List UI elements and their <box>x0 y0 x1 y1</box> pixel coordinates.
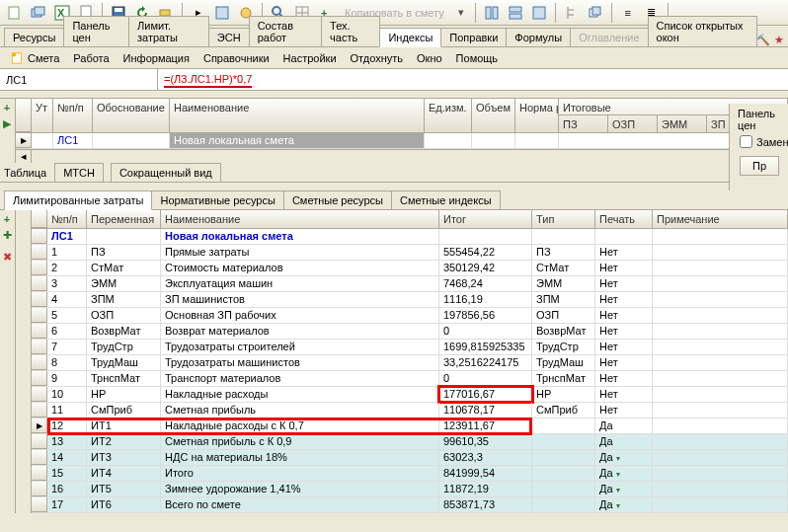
table-row[interactable]: 2СтМатСтоимость материалов350129,42СтМат… <box>32 261 788 276</box>
add-row-icon[interactable]: + <box>0 101 14 114</box>
col-volume[interactable]: Объем <box>472 99 515 132</box>
lower-grid-tools: + ✚ ✖ <box>0 210 16 513</box>
col-tip[interactable]: Тип <box>532 210 595 228</box>
table-row[interactable]: 11СмПрибСметная прибыль110678,17СмПрибНе… <box>32 403 788 418</box>
col-npp[interactable]: №п/п <box>53 99 93 132</box>
tool-a-icon[interactable] <box>211 2 233 24</box>
ribbon-tab[interactable]: Оглавление <box>570 28 648 46</box>
tree-icon[interactable] <box>561 2 583 24</box>
col-itog[interactable]: Итог <box>439 210 532 228</box>
col-basis[interactable]: Обоснование <box>93 99 170 132</box>
table-label: Таблица <box>4 167 46 179</box>
lower-tab[interactable]: Сметные ресурсы <box>283 190 392 209</box>
row-marker-icon <box>32 434 47 449</box>
ribbon-tab[interactable]: ЭСН <box>208 28 250 46</box>
table-row[interactable]: 7ТрудСтрТрудозатраты строителей1699,8159… <box>32 340 788 355</box>
col-print[interactable]: Печать <box>595 210 653 228</box>
svg-rect-9 <box>216 7 228 19</box>
menubar: СметаРаботаИнформацияСправочникиНастройк… <box>0 47 788 69</box>
row-marker-icon <box>32 497 47 512</box>
formula-input[interactable]: =(Л3.ЛС1.НР)*0,7 <box>158 73 788 86</box>
insert-icon[interactable]: ✚ <box>0 228 14 242</box>
upper-grid-row[interactable]: ЛС1 Новая локальная смета <box>16 133 788 149</box>
ribbon-tab[interactable]: Состав работ <box>249 16 322 46</box>
panel1-icon[interactable] <box>481 2 503 24</box>
add-icon[interactable]: + <box>0 212 14 226</box>
table-row[interactable]: 5ОЗПОсновная ЗП рабочих197856,56ОЗПНет <box>32 308 788 324</box>
price-panel: Панель цен Замен Пр <box>729 104 788 190</box>
menu-Смета[interactable]: Смета <box>4 49 65 67</box>
delete-icon[interactable]: ✖ <box>0 250 14 264</box>
table-row[interactable]: 17ИТ6Всего по смете853871,73Да ▾ <box>32 497 788 513</box>
row-marker-icon <box>32 418 47 433</box>
col-npp[interactable]: №п/п <box>47 210 87 228</box>
table-row[interactable]: 16ИТ5Зимнее удорожание 1,41%11872,19Да ▾ <box>32 482 788 497</box>
replace-checkbox[interactable]: Замен <box>740 135 784 148</box>
dropdown-icon[interactable]: ▾ <box>452 6 470 19</box>
svg-rect-21 <box>533 7 545 19</box>
cascade-icon[interactable] <box>585 2 606 24</box>
table-row[interactable]: 9ТрнспМатТранспорт материалов0ТрнспМатНе… <box>32 371 788 387</box>
table-row[interactable]: 1ПЗПрямые затраты555454,22ПЗНет <box>32 245 788 261</box>
short-view-tab[interactable]: Сокращенный вид <box>111 163 221 183</box>
table-row[interactable]: 14ИТ3НДС на материалы 18%63023,3Да ▾ <box>32 450 788 466</box>
ribbon-tab[interactable]: Панель цен <box>63 16 129 46</box>
table-row[interactable]: 8ТрудМашТрудозатраты машинистов33,251622… <box>32 355 788 371</box>
lower-tab[interactable]: Сметные индексы <box>391 190 501 209</box>
upper-grid-header: Ут №п/п Обоснование Наименование Ед.изм.… <box>16 99 788 133</box>
menu-Помощь[interactable]: Помощь <box>450 50 505 66</box>
row-marker-icon <box>32 340 47 354</box>
col-emm[interactable]: ЭММ <box>658 115 707 132</box>
row-marker-icon <box>32 355 47 370</box>
hammer-icon[interactable]: 🔨 <box>756 34 770 46</box>
col-var[interactable]: Переменная <box>87 210 161 228</box>
col-ut[interactable]: Ут <box>32 99 53 132</box>
ribbon-tab[interactable]: Поправки <box>440 28 507 46</box>
mtcn-tab[interactable]: МТСН <box>54 163 104 183</box>
table-row[interactable]: 4ЗПМЗП машинистов1116,19ЗПМНет <box>32 292 788 308</box>
scroll-left-icon[interactable]: ◂ <box>16 150 32 163</box>
section-row[interactable]: ЛС1 Новая локальная смета <box>32 229 788 245</box>
row-marker-icon <box>32 245 47 260</box>
ribbon-tab[interactable]: Лимит. затраты <box>128 16 209 46</box>
menu-Окно[interactable]: Окно <box>411 50 448 66</box>
ribbon-tab[interactable]: Тех. часть <box>321 16 380 46</box>
col-pz[interactable]: ПЗ <box>559 115 608 132</box>
col-note[interactable]: Примечание <box>653 210 788 228</box>
table-row[interactable]: 15ИТ4Итого841999,54Да ▾ <box>32 466 788 482</box>
col-ozp[interactable]: ОЗП <box>608 115 658 132</box>
table-row[interactable]: 3ЭММЭксплуатация машин7468,24ЭММНет <box>32 276 788 292</box>
stack-icon[interactable] <box>28 2 49 24</box>
ribbon-tab[interactable]: Формулы <box>506 28 571 46</box>
col-unit[interactable]: Ед.изм. <box>425 99 472 132</box>
apply-button[interactable]: Пр <box>740 156 779 176</box>
ribbon-tab[interactable]: Список открытых окон <box>648 16 757 46</box>
row-marker-icon <box>32 276 47 291</box>
ribbon-tabs: РесурсыПанель ценЛимит. затратыЭСНСостав… <box>0 26 788 47</box>
lower-tab[interactable]: Нормативные ресурсы <box>151 190 283 209</box>
menu-Настройки[interactable]: Настройки <box>277 50 343 66</box>
table-row[interactable]: 10НРНакладные расходы177016,67НРНет <box>32 387 788 403</box>
lower-tab[interactable]: Лимитированные затраты <box>4 190 152 210</box>
ribbon-tab[interactable]: Индексы <box>379 28 441 47</box>
panel3-icon[interactable] <box>528 2 550 24</box>
marker-icon[interactable]: ▶ <box>0 116 14 130</box>
table-row[interactable]: 6ВозврМатВозврат материалов0ВозврМатНет <box>32 324 788 340</box>
align-icon[interactable]: ≡ <box>617 2 639 24</box>
table-row[interactable]: 13ИТ2Сметная прибыль с К 0,999610,35Да <box>32 434 788 450</box>
menu-Справочники[interactable]: Справочники <box>197 50 276 66</box>
table-row[interactable]: 12ИТ1Накладные расходы с К 0,7123911,67Д… <box>32 418 788 434</box>
col-norm[interactable]: Норма расход. <box>515 99 559 132</box>
file-icon[interactable] <box>4 2 26 24</box>
cell-reference[interactable]: ЛС1 <box>0 69 158 90</box>
menu-Работа[interactable]: Работа <box>67 50 115 66</box>
star-icon[interactable]: ★ <box>774 34 784 46</box>
menu-Отдохнуть[interactable]: Отдохнуть <box>345 50 410 66</box>
svg-rect-18 <box>493 7 498 19</box>
menu-Информация[interactable]: Информация <box>118 50 196 66</box>
ribbon-tab[interactable]: Ресурсы <box>4 28 64 46</box>
col-name[interactable]: Наименование <box>170 99 425 132</box>
col-name[interactable]: Наименование <box>161 210 439 228</box>
panel2-icon[interactable] <box>505 2 526 24</box>
svg-rect-19 <box>510 7 521 12</box>
